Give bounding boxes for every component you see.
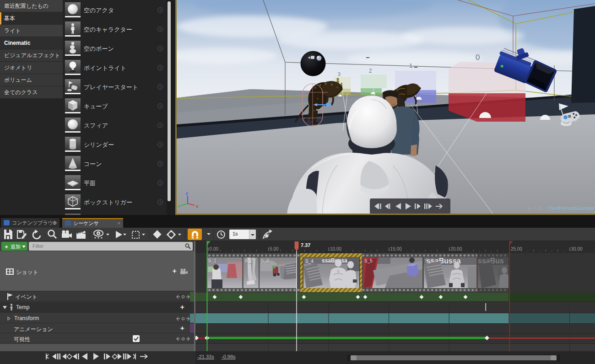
svg-text:Z: Z — [186, 192, 188, 196]
svg-text:20.00: 20.00 — [450, 246, 462, 252]
svg-text:25.00: 25.00 — [511, 246, 522, 252]
svg-text:S_1: S_1 — [208, 258, 216, 263]
svg-text:S_2: S_2 — [245, 258, 253, 263]
svg-text:ssaBussa: ssaBussa — [322, 257, 347, 264]
svg-text:7.37: 7.37 — [301, 242, 310, 248]
svg-text:0.00: 0.00 — [210, 246, 219, 252]
svg-text:S_5: S_5 — [364, 258, 373, 263]
svg-text:5.00: 5.00 — [270, 246, 279, 252]
svg-text:15.00: 15.00 — [390, 246, 402, 252]
svg-text:ThirdPersonExample: ThirdPersonExample — [547, 205, 595, 211]
svg-text:Y: Y — [178, 204, 180, 209]
svg-text:S_6: S_6 — [425, 258, 433, 263]
svg-text:X: X — [196, 204, 199, 209]
svg-text:1: 1 — [409, 62, 412, 69]
svg-text:30.00: 30.00 — [571, 246, 583, 252]
svg-text:10.00: 10.00 — [330, 246, 341, 252]
svg-text:S_3: S_3 — [261, 258, 269, 263]
svg-text:3: 3 — [338, 71, 341, 77]
svg-text:0: 0 — [476, 53, 480, 62]
svg-text:レベル :: レベル : — [527, 205, 546, 211]
svg-text:?: ? — [183, 208, 185, 211]
svg-text:S_4: S_4 — [305, 259, 314, 264]
svg-text:2: 2 — [369, 68, 372, 74]
